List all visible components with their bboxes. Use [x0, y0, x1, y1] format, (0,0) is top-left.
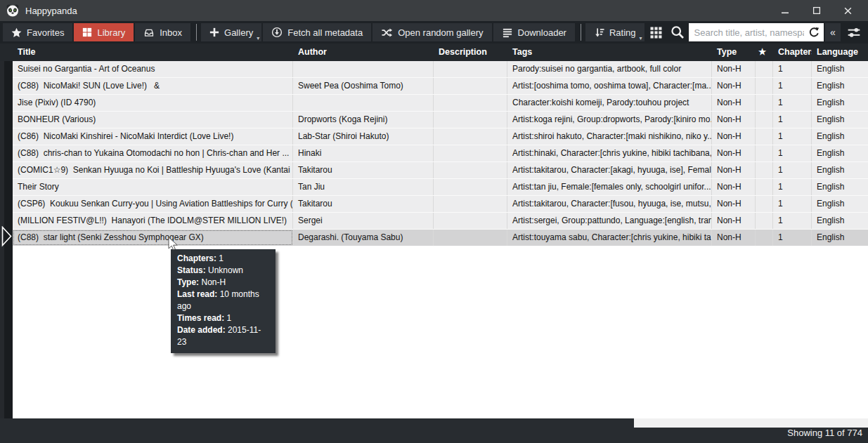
cell-chapters: 1 — [773, 112, 812, 128]
cell-type: Non-H — [712, 230, 756, 246]
cell-chapters: 1 — [773, 78, 812, 94]
cell-language: English — [812, 145, 868, 161]
fetch-download-icon — [271, 27, 283, 38]
toolbar-separator — [196, 24, 197, 41]
table-row[interactable]: BONHEUR (Various) Dropworts (Koga Rejini… — [13, 112, 868, 128]
table-row[interactable]: Jise (Pixiv) (ID 4790) Character:koishi … — [13, 95, 868, 112]
search-button[interactable] — [666, 23, 689, 41]
happypanda-logo-icon — [6, 4, 20, 18]
sort-rating-button[interactable]: Rating ▾ — [585, 23, 644, 41]
collapse-sidebar-button[interactable]: « — [825, 23, 841, 41]
cell-type: Non-H — [712, 179, 756, 195]
cell-title: Suisei no Gargantia - Art of Oceanus — [13, 61, 293, 77]
cell-type: Non-H — [712, 95, 756, 111]
chevron-down-icon: ▾ — [257, 36, 259, 41]
cell-favorite — [756, 179, 773, 195]
table-row[interactable]: (C88) chris-chan to Yukaina Otomodachi n… — [13, 145, 868, 162]
title-bar: Happypanda — [0, 0, 868, 21]
cell-description — [434, 179, 507, 195]
table-row[interactable]: (CSP6) Koukuu Senkan Curry-you | Using A… — [13, 196, 868, 213]
cell-favorite — [756, 128, 773, 145]
column-header-title[interactable]: Title — [13, 44, 293, 61]
cell-title: (C88) NicoMaki! SUN (Love Live!) & — [13, 78, 293, 94]
column-header-type[interactable]: Type — [712, 44, 756, 61]
cell-tags: Artist:sergei, Group:pattundo, Language:… — [507, 213, 712, 229]
cell-language: English — [812, 95, 868, 111]
column-header-description[interactable]: Description — [434, 44, 507, 61]
toolbar-separator — [581, 24, 581, 41]
minimize-button[interactable] — [769, 0, 801, 21]
cell-tags: Parody:suisei no gargantia, artbook, ful… — [507, 61, 712, 77]
column-header-author[interactable]: Author — [293, 44, 434, 61]
cell-language: English — [812, 213, 868, 229]
cell-description — [434, 145, 507, 161]
column-header-favorite[interactable]: ★ — [756, 44, 773, 61]
maximize-button[interactable] — [801, 0, 832, 21]
cell-tags: Artist:touyama sabu, Character:[chris yu… — [507, 230, 712, 246]
grid-view-toggle-button[interactable] — [646, 23, 666, 41]
cell-type: Non-H — [712, 128, 756, 145]
gallery-info-tooltip: Chapters: 1 Status: Unknown Type: Non-H … — [171, 249, 276, 353]
cell-favorite — [756, 213, 773, 229]
fetch-metadata-button[interactable]: Fetch all metadata — [263, 23, 371, 41]
column-header-chapters[interactable]: Chapters — [773, 44, 812, 61]
downloader-list-icon — [502, 27, 513, 38]
cell-tags: Artist:takitarou, Character:[fusou, hyuu… — [507, 196, 712, 212]
mouse-cursor-icon — [168, 237, 179, 252]
cell-language: English — [812, 179, 868, 195]
cell-favorite — [756, 145, 773, 161]
cell-author: Dropworts (Koga Rejini) — [293, 112, 434, 128]
table-row[interactable]: Suisei no Gargantia - Art of Oceanus Par… — [13, 61, 868, 78]
table-row[interactable]: Their Story Tan Jiu Artist:tan jiu, Fema… — [13, 179, 868, 196]
cell-chapters: 1 — [773, 61, 812, 77]
cell-chapters: 1 — [773, 95, 812, 111]
column-header-tags[interactable]: Tags — [507, 44, 712, 61]
cell-description — [434, 196, 507, 212]
cell-chapters: 1 — [773, 145, 812, 161]
table-row[interactable]: (COMIC1☆9) Senkan Hyuuga no Koi | Battle… — [13, 162, 868, 179]
maximize-icon — [812, 6, 821, 15]
cell-description — [434, 230, 507, 246]
cell-tags: Artist:hinaki, Character:[chris yukine, … — [507, 145, 712, 161]
cell-favorite — [756, 95, 773, 111]
table-row[interactable]: (MILLION FESTIV@L!!) Hanayori (The IDOLM… — [13, 213, 868, 230]
cell-tags: Artist:[ooshima tomo, ooshima towa], Cha… — [507, 78, 712, 94]
cell-title: (COMIC1☆9) Senkan Hyuuga no Koi | Battle… — [13, 162, 293, 178]
main-toolbar: Favorites Library Inbox Gallery ▾ Fetch … — [0, 21, 868, 44]
column-header-language[interactable]: Language — [812, 44, 868, 61]
library-button[interactable]: Library — [74, 23, 134, 41]
cell-tags: Character:koishi komeiji, Parody:touhou … — [507, 95, 712, 111]
library-grid-icon — [82, 27, 92, 37]
cell-type: Non-H — [712, 196, 756, 212]
search-input[interactable] — [689, 23, 824, 41]
gallery-table: Suisei no Gargantia - Art of Oceanus Par… — [13, 61, 868, 418]
cell-favorite — [756, 78, 773, 94]
cell-language: English — [812, 230, 868, 246]
close-button[interactable] — [832, 0, 864, 21]
cell-description — [434, 61, 507, 77]
open-random-gallery-button[interactable]: Open random gallery — [373, 23, 491, 41]
shuffle-icon — [381, 27, 393, 38]
cell-title: Jise (Pixiv) (ID 4790) — [13, 95, 293, 111]
downloader-button[interactable]: Downloader — [493, 23, 575, 41]
table-row[interactable]: (C88) star light (Senki Zesshou Symphoge… — [13, 230, 868, 246]
add-gallery-button[interactable]: Gallery ▾ — [201, 23, 261, 41]
tooltip-line: Last read: 10 months ago — [177, 289, 269, 312]
cell-tags: Artist:koga rejini, Group:dropworts, Par… — [507, 112, 712, 128]
minimize-icon — [781, 6, 789, 15]
status-bar: Showing 11 of 774 — [0, 418, 868, 443]
cell-language: English — [812, 196, 868, 212]
settings-button[interactable] — [843, 23, 865, 41]
table-row[interactable]: (C86) NicoMaki Kinshirei - NicoMaki Inte… — [13, 128, 868, 145]
cell-chapters: 1 — [773, 162, 812, 178]
refresh-button[interactable] — [808, 27, 820, 38]
inbox-button[interactable]: Inbox — [135, 23, 190, 41]
tooltip-line: Chapters: 1 — [177, 253, 269, 265]
cell-description — [434, 213, 507, 229]
cell-language: English — [812, 78, 868, 94]
table-row[interactable]: (C88) NicoMaki! SUN (Love Live!) & Sweet… — [13, 78, 868, 95]
horizontal-scrollbar[interactable] — [634, 418, 868, 428]
cell-author — [293, 95, 434, 111]
favorites-button[interactable]: Favorites — [3, 23, 72, 41]
tooltip-line: Status: Unknown — [177, 265, 269, 277]
